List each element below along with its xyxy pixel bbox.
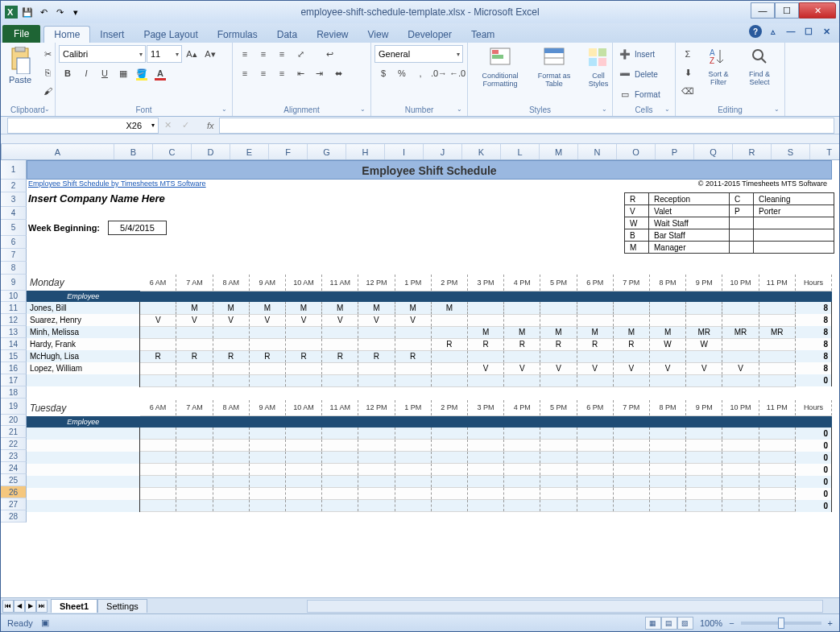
qat-more-icon[interactable]: ▾ [68,5,83,19]
row-header-7[interactable]: 7 [1,249,27,262]
clear-icon[interactable]: ⌫ [679,82,697,100]
col-header-L[interactable]: L [501,144,540,159]
row-header-4[interactable]: 4 [1,207,27,220]
schedule-row[interactable]: 0 [27,452,832,464]
col-header-C[interactable]: C [153,144,192,159]
align-middle-icon[interactable]: ≡ [254,45,272,63]
schedule-row[interactable]: 0 [27,488,832,500]
grid[interactable]: 1234567891011121314151617181920212223242… [1,160,839,597]
delete-cells-icon[interactable]: ➖ [616,65,634,83]
paste-button[interactable]: Paste [4,45,36,86]
undo-icon[interactable]: ↶ [36,5,51,19]
template-link[interactable]: Employee Shift Schedule by Timesheets MT… [27,180,206,192]
row-header-1[interactable]: 1 [1,160,27,180]
macro-record-icon[interactable]: ▣ [41,618,49,628]
align-bottom-icon[interactable]: ≡ [273,45,291,63]
grow-font-icon[interactable]: A▴ [183,45,201,63]
file-tab[interactable]: File [2,25,40,43]
tab-review[interactable]: Review [307,27,358,43]
maximize-button[interactable]: ☐ [775,2,799,19]
col-header-J[interactable]: J [424,144,462,159]
format-painter-icon[interactable]: 🖌 [39,82,56,100]
schedule-row[interactable]: 0 [27,374,832,386]
row-header-20[interactable]: 20 [1,415,27,426]
format-cells-icon[interactable]: ▭ [616,85,634,103]
tab-data[interactable]: Data [267,27,307,43]
col-header-E[interactable]: E [230,144,269,159]
minimize-button[interactable]: — [751,2,775,19]
view-break-icon[interactable]: ▧ [677,617,693,630]
row-header-16[interactable]: 16 [1,362,27,374]
align-top-icon[interactable]: ≡ [236,45,254,63]
tab-nav-first-icon[interactable]: ⏮ [2,600,14,613]
schedule-row[interactable]: Hardy, FrankRRRRRRWW8 [27,338,832,350]
row-header-8[interactable]: 8 [1,262,27,275]
row-header-15[interactable]: 15 [1,350,27,362]
decrease-indent-icon[interactable]: ⇤ [292,64,309,82]
col-header-M[interactable]: M [540,144,578,159]
sheet-tab-settings[interactable]: Settings [97,599,147,613]
row-header-17[interactable]: 17 [1,374,27,386]
minimize-ribbon-icon[interactable]: ▵ [767,25,780,38]
name-box[interactable]: X26 [7,118,159,134]
col-header-H[interactable]: H [346,144,385,159]
schedule-row[interactable]: Minh, MelissaMMMMMMMRMRMR8 [27,326,832,338]
tab-nav-last-icon[interactable]: ⏭ [36,600,48,613]
align-right-icon[interactable]: ≡ [273,64,291,82]
percent-icon[interactable]: % [393,64,411,82]
row-header-12[interactable]: 12 [1,314,27,326]
border-button[interactable]: ▦ [114,64,132,82]
schedule-row[interactable]: 0 [27,428,832,440]
increase-indent-icon[interactable]: ⇥ [310,64,328,82]
tab-team[interactable]: Team [461,27,504,43]
row-header-28[interactable]: 28 [1,510,27,523]
increase-decimal-icon[interactable]: .0→ [430,64,448,82]
schedule-row[interactable]: Jones, BillMMMMMMMM8 [27,302,832,314]
col-header-Q[interactable]: Q [694,144,733,159]
format-as-table-button[interactable]: Format as Table [532,45,577,89]
align-center-icon[interactable]: ≡ [254,64,272,82]
row-header-11[interactable]: 11 [1,302,27,314]
underline-button[interactable]: U [96,64,114,82]
row-header-5[interactable]: 5 [1,220,27,236]
view-normal-icon[interactable]: ▦ [645,617,661,630]
decrease-decimal-icon[interactable]: ←.0 [449,64,466,82]
week-date-input[interactable]: 5/4/2015 [108,221,167,235]
row-header-21[interactable]: 21 [1,426,27,438]
shrink-font-icon[interactable]: A▾ [201,45,219,63]
tab-formulas[interactable]: Formulas [208,27,267,43]
sheet-tab-sheet1[interactable]: Sheet1 [51,599,97,613]
fill-color-button[interactable]: 🪣 [133,64,151,82]
conditional-formatting-button[interactable]: Conditional Formatting [471,45,529,89]
redo-icon[interactable]: ↷ [52,5,67,19]
insert-cells-icon[interactable]: ➕ [616,45,634,63]
schedule-row[interactable]: Lopez, WilliamVVVVVVVV8 [27,362,832,374]
font-color-button[interactable]: A [151,64,169,82]
doc-min-icon[interactable]: — [784,25,797,38]
col-header-G[interactable]: G [308,144,346,159]
autosum-icon[interactable]: Σ [679,45,697,63]
row-header-27[interactable]: 27 [1,498,27,510]
tab-nav-prev-icon[interactable]: ◀ [14,600,25,613]
schedule-row[interactable]: 0 [27,464,832,476]
col-header-N[interactable]: N [578,144,617,159]
zoom-slider[interactable] [741,622,821,625]
col-header-T[interactable]: T [810,144,839,159]
horizontal-scrollbar[interactable] [307,600,823,613]
zoom-level[interactable]: 100% [700,618,722,628]
tab-home[interactable]: Home [43,26,90,43]
cut-icon[interactable]: ✂ [39,45,56,63]
find-select-button[interactable]: Find & Select [740,45,779,88]
enter-icon[interactable]: ✓ [176,117,194,134]
schedule-row[interactable]: 0 [27,476,832,488]
row-header-2[interactable]: 2 [1,180,27,192]
row-header-13[interactable]: 13 [1,326,27,338]
schedule-row[interactable]: 0 [27,440,832,452]
orientation-icon[interactable]: ⤢ [292,45,309,63]
schedule-row[interactable]: 0 [27,500,832,512]
row-header-25[interactable]: 25 [1,474,27,486]
col-header-K[interactable]: K [462,144,501,159]
row-header-6[interactable]: 6 [1,236,27,249]
row-header-14[interactable]: 14 [1,338,27,350]
tab-nav-next-icon[interactable]: ▶ [25,600,36,613]
